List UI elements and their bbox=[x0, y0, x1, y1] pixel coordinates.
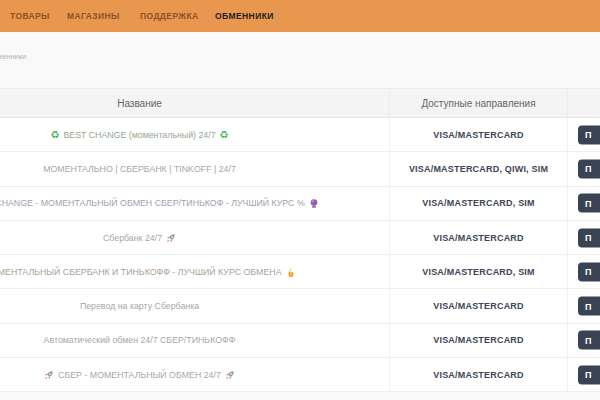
recycle-icon: ♻ bbox=[50, 130, 59, 140]
exchange-name-text: UNIXCHANGE - МОМЕНТАЛЬНЫЙ ОБМЕН СБЕР/ТИН… bbox=[0, 198, 305, 208]
table-row: СБЕР - МОМЕНТАЛЬНЫЙ ОБМЕН 24/7 VISA/MAST… bbox=[0, 358, 600, 392]
directions-cell: VISA/MASTERCARD, SIM bbox=[390, 187, 568, 220]
table-row: ♻ BEST CHANGE (моментальный) 24/7 ♻ VISA… bbox=[0, 118, 600, 152]
page: ТОВАРЫ МАГАЗИНЫ ПОДДЕРЖКА ОБМЕННИКИ менн… bbox=[0, 0, 600, 400]
nav-item-tovary[interactable]: ТОВАРЫ bbox=[10, 11, 50, 21]
fire-icon bbox=[286, 267, 296, 277]
exchange-name-link[interactable]: ♻ BEST CHANGE (моментальный) 24/7 ♻ bbox=[50, 130, 228, 140]
name-cell: ♻ BEST CHANGE (моментальный) 24/7 ♻ bbox=[0, 118, 390, 151]
rocket-icon bbox=[44, 370, 54, 380]
name-cell: Сбербанк 24/7 bbox=[0, 221, 390, 254]
table-row: UNIXCHANGE - МОМЕНТАЛЬНЫЙ ОБМЕН СБЕР/ТИН… bbox=[0, 187, 600, 221]
table-row: Сбербанк 24/7 VISA/MASTERCARD П bbox=[0, 221, 600, 255]
name-cell: UNIXCHANGE - МОМЕНТАЛЬНЫЙ ОБМЕН СБЕР/ТИН… bbox=[0, 187, 390, 220]
go-button[interactable]: П bbox=[578, 365, 600, 384]
name-cell: СБЕР - МОМЕНТАЛЬНЫЙ ОБМЕН 24/7 bbox=[0, 358, 390, 391]
name-cell: Перевод на карту Сбербанка bbox=[0, 289, 390, 322]
directions-cell: VISA/MASTERCARD bbox=[390, 358, 568, 391]
exchange-name-link[interactable]: СБЕР - МОМЕНТАЛЬНЫЙ ОБМЕН 24/7 bbox=[44, 370, 235, 380]
exchange-name-link[interactable]: Сбербанк 24/7 bbox=[103, 233, 176, 243]
go-button[interactable]: П bbox=[578, 194, 600, 213]
go-button[interactable]: П bbox=[578, 159, 600, 178]
exchange-name-link[interactable]: МОМЕНТАЛЬНЫЙ СБЕРБАНК И ТИНЬКОФФ - ЛУЧШИ… bbox=[0, 267, 296, 277]
exchange-name-link[interactable]: Перевод на карту Сбербанка bbox=[80, 301, 199, 311]
table-body: ♻ BEST CHANGE (моментальный) 24/7 ♻ VISA… bbox=[0, 118, 600, 392]
action-cell: П bbox=[568, 221, 600, 254]
directions-cell: VISA/MASTERCARD bbox=[390, 221, 568, 254]
table-row: МОМЕНТАЛЬНО | СБЕРБАНК | TINKOFF | 24/7 … bbox=[0, 152, 600, 186]
action-cell: П bbox=[568, 152, 600, 185]
exchange-name-text: Сбербанк 24/7 bbox=[103, 233, 162, 243]
top-navigation: ТОВАРЫ МАГАЗИНЫ ПОДДЕРЖКА ОБМЕННИКИ bbox=[0, 0, 600, 32]
directions-cell: VISA/MASTERCARD bbox=[390, 118, 568, 151]
exchange-name-text: BEST CHANGE (моментальный) 24/7 bbox=[63, 130, 215, 140]
recycle-icon: ♻ bbox=[220, 130, 229, 140]
breadcrumb: менники bbox=[0, 52, 26, 61]
column-header-directions: Доступные направления bbox=[390, 89, 568, 117]
exchange-name-text: Автоматический обмен 24/7 СБЕР/ТИНЬКОФФ bbox=[44, 335, 236, 345]
exchange-name-text: Перевод на карту Сбербанка bbox=[80, 301, 199, 311]
table-row: Перевод на карту Сбербанка VISA/MASTERCA… bbox=[0, 289, 600, 323]
exchange-name-text: МОМЕНТАЛЬНЫЙ СБЕРБАНК И ТИНЬКОФФ - ЛУЧШИ… bbox=[0, 267, 282, 277]
exchange-name-link[interactable]: Автоматический обмен 24/7 СБЕР/ТИНЬКОФФ bbox=[44, 335, 236, 345]
action-cell: П bbox=[568, 324, 600, 357]
exchange-name-link[interactable]: МОМЕНТАЛЬНО | СБЕРБАНК | TINKOFF | 24/7 bbox=[43, 164, 236, 174]
name-cell: Автоматический обмен 24/7 СБЕР/ТИНЬКОФФ bbox=[0, 324, 390, 357]
column-header-actions bbox=[568, 89, 600, 117]
column-header-name: Название bbox=[0, 89, 390, 117]
nav-item-magaziny[interactable]: МАГАЗИНЫ bbox=[67, 11, 120, 21]
go-button[interactable]: П bbox=[578, 331, 600, 350]
rocket-icon bbox=[166, 233, 176, 243]
go-button[interactable]: П bbox=[578, 125, 600, 144]
directions-cell: VISA/MASTERCARD bbox=[390, 289, 568, 322]
exchange-name-text: МОМЕНТАЛЬНО | СБЕРБАНК | TINKOFF | 24/7 bbox=[43, 164, 236, 174]
action-cell: П bbox=[568, 358, 600, 391]
table-header-row: Название Доступные направления bbox=[0, 88, 600, 118]
directions-cell: VISA/MASTERCARD, SIM bbox=[390, 255, 568, 288]
go-button[interactable]: П bbox=[578, 262, 600, 281]
crystal-ball-icon bbox=[309, 198, 319, 208]
nav-item-podderzhka[interactable]: ПОДДЕРЖКА bbox=[140, 11, 199, 21]
rocket-icon bbox=[225, 370, 235, 380]
action-cell: П bbox=[568, 289, 600, 322]
nav-item-obmenniki[interactable]: ОБМЕННИКИ bbox=[215, 11, 274, 21]
exchange-name-text: СБЕР - МОМЕНТАЛЬНЫЙ ОБМЕН 24/7 bbox=[58, 370, 221, 380]
exchangers-table: Название Доступные направления ♻ BEST CH… bbox=[0, 88, 600, 392]
action-cell: П bbox=[568, 187, 600, 220]
directions-cell: VISA/MASTERCARD bbox=[390, 324, 568, 357]
directions-cell: VISA/MASTERCARD, QIWI, SIM bbox=[390, 152, 568, 185]
action-cell: П bbox=[568, 118, 600, 151]
go-button[interactable]: П bbox=[578, 297, 600, 316]
exchange-name-link[interactable]: UNIXCHANGE - МОМЕНТАЛЬНЫЙ ОБМЕН СБЕР/ТИН… bbox=[0, 198, 319, 208]
table-row: МОМЕНТАЛЬНЫЙ СБЕРБАНК И ТИНЬКОФФ - ЛУЧШИ… bbox=[0, 255, 600, 289]
name-cell: МОМЕНТАЛЬНО | СБЕРБАНК | TINKOFF | 24/7 bbox=[0, 152, 390, 185]
name-cell: МОМЕНТАЛЬНЫЙ СБЕРБАНК И ТИНЬКОФФ - ЛУЧШИ… bbox=[0, 255, 390, 288]
go-button[interactable]: П bbox=[578, 228, 600, 247]
action-cell: П bbox=[568, 255, 600, 288]
table-row: Автоматический обмен 24/7 СБЕР/ТИНЬКОФФ … bbox=[0, 324, 600, 358]
